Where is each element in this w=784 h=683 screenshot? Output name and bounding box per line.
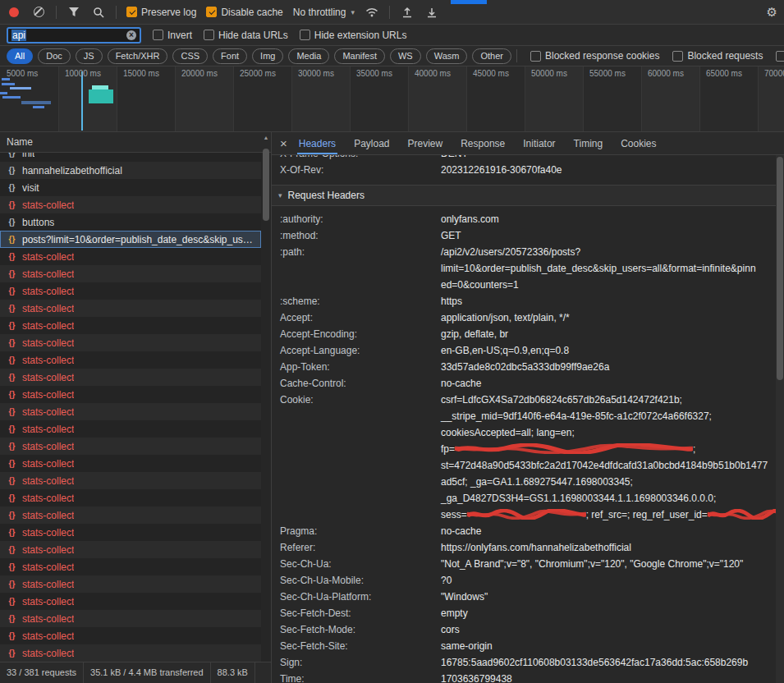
request-row[interactable]: {} hannahelizabethofficial xyxy=(0,162,261,179)
type-filter-chip[interactable]: Font xyxy=(213,48,247,64)
network-conditions-button[interactable] xyxy=(364,5,379,20)
type-filter-chip[interactable]: Wasm xyxy=(426,48,468,64)
request-row[interactable]: {} stats-collect xyxy=(0,541,261,558)
type-filter-chip[interactable]: All xyxy=(7,48,33,64)
json-file-icon: {} xyxy=(7,442,17,451)
request-row[interactable]: {} stats-collect xyxy=(0,282,261,300)
timeline-overview[interactable]: 5000 ms 10000 ms 15000 ms 20000 ms 25000… xyxy=(0,66,784,132)
request-list-scrollbar[interactable]: ▲ xyxy=(261,134,271,660)
export-har-button[interactable] xyxy=(424,5,439,20)
json-file-icon: {} xyxy=(7,528,17,537)
request-row[interactable]: {} stats-collect xyxy=(0,403,261,420)
request-row[interactable]: {} stats-collect xyxy=(0,369,261,386)
request-row[interactable]: {} stats-collect xyxy=(0,489,261,507)
json-file-icon: {} xyxy=(7,286,17,296)
json-file-icon: {} xyxy=(7,580,17,589)
scrollbar-thumb[interactable] xyxy=(263,149,269,221)
details-tab[interactable]: Timing xyxy=(574,132,603,154)
details-tab[interactable]: Response xyxy=(461,132,505,154)
header-name: Sec-Fetch-Site: xyxy=(280,638,441,654)
type-filter-chip[interactable]: Fetch/XHR xyxy=(108,48,168,64)
filter-input[interactable]: api × xyxy=(7,27,141,44)
type-filter-chip[interactable]: WS xyxy=(390,48,421,64)
type-filter-chip[interactable]: Doc xyxy=(38,48,71,64)
request-headers-section[interactable]: ▾ Request Headers xyxy=(272,185,776,206)
request-row[interactable]: {} posts?limit=10&order=publish_date_des… xyxy=(0,231,261,248)
header-name: App-Token: xyxy=(280,359,441,375)
request-row[interactable]: {} stats-collect xyxy=(0,248,261,265)
request-name: buttons xyxy=(22,217,54,228)
hide-data-urls-checkbox[interactable]: Hide data URLs xyxy=(204,30,288,41)
request-row[interactable]: {} init xyxy=(0,153,261,162)
request-row[interactable]: {} stats-collect xyxy=(0,627,261,644)
upload-icon xyxy=(401,7,413,18)
accent-strip xyxy=(451,0,487,4)
details-tab[interactable]: Preview xyxy=(408,132,443,154)
hide-extension-urls-checkbox[interactable]: Hide extension URLs xyxy=(300,30,407,41)
request-row[interactable]: {} stats-collect xyxy=(0,420,261,438)
request-row[interactable]: {} stats-collect xyxy=(0,575,261,593)
details-tab[interactable]: Initiator xyxy=(523,132,555,154)
header-value: /api2/v2/users/20572336/posts?limit=10&o… xyxy=(441,244,776,293)
request-row[interactable]: {} visit xyxy=(0,179,261,196)
request-name: stats-collect xyxy=(22,303,74,314)
type-filter-chip[interactable]: Media xyxy=(288,48,329,64)
request-row[interactable]: {} stats-collect xyxy=(0,265,261,282)
details-tab[interactable]: Headers xyxy=(299,132,336,154)
request-row[interactable]: {} stats-collect xyxy=(0,386,261,403)
clear-network-log-button[interactable] xyxy=(31,5,46,20)
request-row[interactable]: {} stats-collect xyxy=(0,334,261,351)
clear-filter-icon[interactable]: × xyxy=(126,30,136,40)
request-row[interactable]: {} stats-collect xyxy=(0,610,261,627)
header-value-text: https xyxy=(441,296,462,307)
record-button[interactable] xyxy=(7,5,21,20)
preserve-log-checkbox[interactable]: Preserve log xyxy=(126,7,196,18)
blocked-requests-checkbox[interactable]: Blocked requests xyxy=(672,50,763,62)
request-row[interactable]: {} stats-collect xyxy=(0,351,261,369)
request-row[interactable]: {} stats-collect xyxy=(0,644,261,662)
details-tab[interactable]: Payload xyxy=(354,132,389,154)
disable-cache-label: Disable cache xyxy=(221,7,282,18)
json-file-icon: {} xyxy=(7,200,17,209)
request-row[interactable]: {} stats-collect xyxy=(0,472,261,489)
settings-gear-icon[interactable]: ⚙ xyxy=(767,5,777,20)
request-name: stats-collect xyxy=(22,286,74,297)
request-row[interactable]: {} stats-collect xyxy=(0,455,261,472)
request-row[interactable]: {} stats-collect xyxy=(0,196,261,213)
close-details-icon[interactable]: × xyxy=(280,137,287,149)
throttling-dropdown[interactable]: No throttling ▾ xyxy=(293,7,355,18)
request-row[interactable]: {} stats-collect xyxy=(0,317,261,334)
header-value-text: "Not_A Brand";v="8", "Chromium";v="120",… xyxy=(441,558,743,570)
type-filter-chip[interactable]: CSS xyxy=(172,48,208,64)
header-value-text: 1703636799438 xyxy=(441,673,512,683)
name-column-header[interactable]: Name xyxy=(0,132,271,153)
header-value: no-cache xyxy=(441,523,776,539)
request-row[interactable]: {} buttons xyxy=(0,213,261,231)
request-row[interactable]: {} stats-collect xyxy=(0,438,261,455)
type-filter-chip[interactable]: Other xyxy=(472,48,511,64)
type-filter-chip[interactable]: Manifest xyxy=(334,48,385,64)
request-row[interactable]: {} stats-collect xyxy=(0,524,261,541)
details-scrollbar[interactable] xyxy=(776,155,784,683)
request-name: stats-collect xyxy=(22,337,74,349)
invert-checkbox[interactable]: Invert xyxy=(153,30,192,41)
blocked-response-cookies-checkbox[interactable]: Blocked response cookies xyxy=(530,50,659,62)
request-row[interactable]: {} stats-collect xyxy=(0,558,261,575)
third-party-requests-checkbox[interactable]: 3rd-party requests xyxy=(776,50,784,62)
scrollbar-thumb[interactable] xyxy=(777,157,783,380)
details-tab[interactable]: Cookies xyxy=(621,132,656,154)
import-har-button[interactable] xyxy=(400,5,415,20)
search-icon xyxy=(93,7,104,18)
request-row[interactable]: {} stats-collect xyxy=(0,593,261,610)
type-filter-chips: All Doc JS Fetch/XHR CSS Font Img Media … xyxy=(7,48,516,64)
type-filter-chip[interactable]: JS xyxy=(76,48,103,64)
search-button[interactable] xyxy=(91,5,106,20)
scroll-up-icon[interactable]: ▲ xyxy=(264,134,269,142)
request-row[interactable]: {} stats-collect xyxy=(0,300,261,317)
filter-toggle-button[interactable] xyxy=(66,5,81,20)
header-name: :path: xyxy=(280,244,441,260)
request-row[interactable]: {} stats-collect xyxy=(0,507,261,524)
checkbox-unchecked-icon xyxy=(530,51,541,62)
disable-cache-checkbox[interactable]: Disable cache xyxy=(206,7,282,18)
type-filter-chip[interactable]: Img xyxy=(252,48,283,64)
